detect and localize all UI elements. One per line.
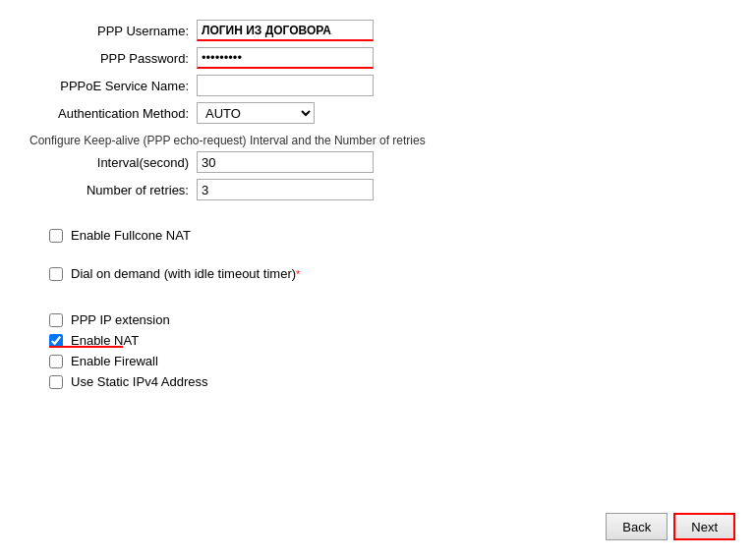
enable-firewall-row: Enable Firewall bbox=[29, 354, 726, 368]
retries-label: Number of retries: bbox=[29, 183, 197, 197]
pppoe-service-input[interactable] bbox=[197, 75, 374, 96]
ppp-password-label: PPP Password: bbox=[29, 51, 197, 66]
use-static-ipv4-row: Use Static IPv4 Address bbox=[29, 374, 726, 389]
fullcone-nat-row: Enable Fullcone NAT bbox=[29, 228, 726, 243]
next-button[interactable]: Next bbox=[673, 513, 735, 540]
ppp-password-input[interactable] bbox=[197, 47, 374, 69]
ppp-ip-ext-checkbox[interactable] bbox=[49, 313, 63, 327]
button-row: Back Next bbox=[606, 513, 735, 540]
auth-method-select[interactable]: AUTO PAP CHAP MSCHAP bbox=[197, 102, 315, 124]
ppp-username-row: PPP Username: bbox=[29, 20, 726, 41]
interval-row: Interval(second) bbox=[29, 151, 726, 173]
enable-nat-underline bbox=[49, 346, 123, 348]
interval-label: Interval(second) bbox=[29, 155, 197, 170]
dial-on-demand-checkbox[interactable] bbox=[49, 267, 63, 281]
ppp-ip-ext-row: PPP IP extension bbox=[29, 312, 726, 327]
pppoe-service-row: PPPoE Service Name: bbox=[29, 75, 726, 96]
fullcone-nat-label: Enable Fullcone NAT bbox=[71, 228, 191, 243]
use-static-ipv4-checkbox[interactable] bbox=[49, 375, 63, 389]
back-button[interactable]: Back bbox=[606, 513, 668, 540]
keepalive-note: Configure Keep-alive (PPP echo-request) … bbox=[29, 134, 726, 147]
enable-firewall-checkbox[interactable] bbox=[49, 355, 63, 368]
interval-input[interactable] bbox=[197, 151, 374, 173]
dial-on-demand-label: Dial on demand (with idle timeout timer)… bbox=[71, 266, 300, 281]
use-static-ipv4-label: Use Static IPv4 Address bbox=[71, 374, 207, 389]
auth-method-label: Authentication Method: bbox=[29, 106, 197, 121]
auth-method-row: Authentication Method: AUTO PAP CHAP MSC… bbox=[29, 102, 726, 124]
fullcone-nat-checkbox[interactable] bbox=[49, 229, 63, 243]
ppp-username-input[interactable] bbox=[197, 20, 374, 41]
pppoe-service-label: PPPoE Service Name: bbox=[29, 79, 197, 93]
dial-asterisk: * bbox=[296, 268, 300, 280]
ppp-ip-ext-label: PPP IP extension bbox=[71, 312, 170, 327]
ppp-username-label: PPP Username: bbox=[29, 24, 197, 38]
retries-row: Number of retries: bbox=[29, 179, 726, 200]
retries-input[interactable] bbox=[197, 179, 374, 200]
enable-nat-row: Enable NAT bbox=[29, 333, 726, 348]
ppp-password-row: PPP Password: bbox=[29, 47, 726, 69]
enable-firewall-label: Enable Firewall bbox=[71, 354, 158, 368]
dial-on-demand-row: Dial on demand (with idle timeout timer)… bbox=[29, 266, 726, 281]
